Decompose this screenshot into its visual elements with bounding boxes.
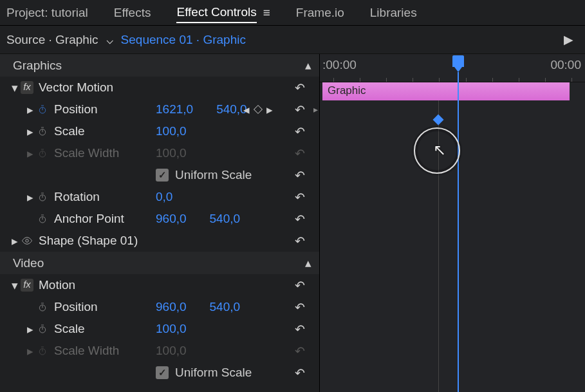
reset-icon[interactable]: ↶ [295, 366, 305, 380]
prop-position: Position [54, 102, 98, 117]
anchor-x-value[interactable]: 960,0 [156, 212, 187, 226]
reset-icon[interactable]: ↶ [295, 278, 305, 293]
playhead[interactable] [452, 55, 464, 67]
collapse-icon[interactable]: ▴ [305, 256, 311, 270]
uniform-scale-checkbox[interactable] [156, 169, 169, 182]
tab-libraries[interactable]: Libraries [370, 3, 417, 23]
position-y-value[interactable]: 540,0 [216, 102, 247, 117]
svg-point-5 [26, 239, 29, 243]
position-x-value[interactable]: 1621,0 [156, 102, 193, 117]
caret-scale-width[interactable] [24, 146, 36, 161]
reset-icon[interactable]: ↶ [295, 322, 305, 337]
caret-position[interactable] [24, 102, 36, 117]
stopwatch-icon [36, 344, 49, 357]
scale-value[interactable]: 100,0 [156, 322, 187, 336]
section-video[interactable]: Video [13, 256, 44, 270]
caret-vector-motion[interactable] [9, 80, 21, 95]
reset-icon[interactable]: ↶ [295, 102, 305, 117]
add-keyframe-icon[interactable] [254, 105, 263, 114]
timecode-end: 00:00 [550, 58, 581, 72]
reset-icon[interactable]: ↶ [295, 124, 305, 139]
reset-icon: ↶ [295, 344, 305, 359]
clip-bar[interactable]: Graphic [322, 82, 570, 100]
caret-motion[interactable] [9, 278, 21, 293]
anchor-y-value[interactable]: 540,0 [210, 212, 241, 226]
effect-vector-motion[interactable]: Vector Motion [39, 80, 113, 95]
keyframe-diamond-icon[interactable] [433, 115, 444, 126]
prop-scale: Scale [54, 322, 85, 336]
keyframe-timeline[interactable]: :00:00 00:00 Graphic ↖ [320, 54, 585, 392]
stopwatch-icon[interactable] [36, 191, 49, 203]
scale-width-value: 100,0 [156, 344, 187, 358]
expand-velocity-icon[interactable]: ▸ [313, 104, 318, 115]
scale-value[interactable]: 100,0 [156, 124, 187, 138]
caret-scale[interactable] [24, 124, 36, 139]
tab-effect-controls[interactable]: Effect Controls [176, 3, 256, 23]
source-label: Source · Graphic [6, 33, 98, 47]
caret-rotation[interactable] [24, 190, 36, 205]
stopwatch-icon[interactable] [36, 125, 49, 138]
fx-badge-icon[interactable]: fx [21, 81, 33, 94]
tab-effects[interactable]: Effects [114, 3, 151, 23]
position-y-value[interactable]: 540,0 [210, 300, 241, 314]
timecode-start: :00:00 [322, 58, 357, 72]
tab-project[interactable]: Project: tutorial [6, 3, 88, 23]
effect-motion[interactable]: Motion [39, 278, 75, 292]
next-keyframe-icon[interactable]: ▸ [266, 102, 273, 117]
play-icon[interactable]: ▶ [564, 32, 573, 47]
fx-badge-icon[interactable]: fx [21, 279, 33, 292]
caret-scale-width[interactable] [24, 344, 36, 359]
reset-icon[interactable]: ↶ [295, 212, 305, 227]
cursor-arrow-icon: ↖ [433, 141, 446, 159]
visibility-eye-icon[interactable] [21, 234, 33, 247]
section-graphics[interactable]: Graphics [13, 59, 62, 73]
reset-icon[interactable]: ↶ [295, 168, 305, 183]
uniform-scale-label: Uniform Scale [175, 366, 252, 380]
uniform-scale-label: Uniform Scale [175, 168, 252, 182]
stopwatch-icon[interactable] [36, 301, 49, 313]
panel-menu-icon[interactable]: ≡ [263, 6, 270, 20]
scale-width-value: 100,0 [156, 146, 187, 160]
stopwatch-icon[interactable] [36, 212, 49, 225]
uniform-scale-checkbox[interactable] [156, 366, 169, 379]
keyframe-nav[interactable]: ◂ ▸ [243, 102, 273, 117]
prev-keyframe-icon[interactable]: ◂ [243, 102, 250, 117]
prop-scale: Scale [54, 124, 85, 138]
reset-icon[interactable]: ↶ [295, 300, 305, 315]
prop-position: Position [54, 300, 98, 314]
prop-rotation: Rotation [54, 190, 100, 204]
stopwatch-icon[interactable] [36, 322, 49, 335]
reset-icon[interactable]: ↶ [295, 234, 305, 248]
effect-shape[interactable]: Shape (Shape 01) [39, 234, 138, 248]
tab-frameio[interactable]: Frame.io [296, 3, 344, 23]
prop-scale-width: Scale Width [54, 146, 119, 160]
effect-controls-panel: Graphics ▴ fx Vector Motion ↶ Position 1… [0, 54, 320, 392]
prop-scale-width: Scale Width [54, 344, 119, 358]
stopwatch-icon [36, 147, 49, 160]
stopwatch-icon[interactable] [36, 103, 49, 116]
rotation-value[interactable]: 0,0 [156, 190, 172, 204]
caret-scale[interactable] [24, 322, 36, 337]
collapse-icon[interactable]: ▴ [305, 58, 311, 73]
reset-icon: ↶ [295, 146, 305, 161]
caret-shape[interactable] [9, 234, 21, 248]
reset-icon[interactable]: ↶ [295, 190, 305, 205]
prop-anchor-point: Anchor Point [54, 212, 124, 226]
sequence-link[interactable]: Sequence 01 · Graphic [121, 33, 246, 47]
position-x-value[interactable]: 960,0 [156, 300, 187, 314]
reset-icon[interactable]: ↶ [295, 80, 305, 95]
chevron-down-icon[interactable]: ⌵ [106, 32, 113, 47]
